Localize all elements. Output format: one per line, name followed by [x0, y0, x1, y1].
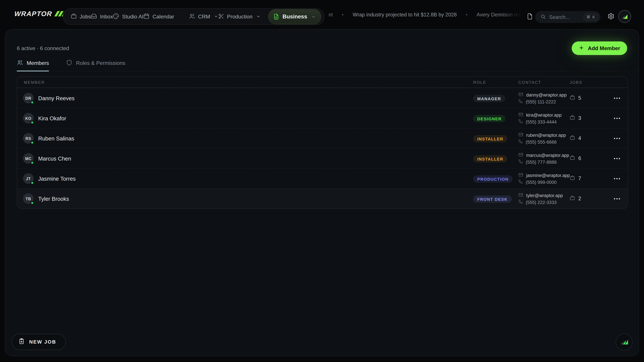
tab-roles-permissions[interactable]: Roles & Permissions [66, 60, 126, 71]
member-email[interactable]: jasmine@wraptor.app [518, 172, 570, 178]
row-more-button[interactable]: ••• [614, 116, 621, 121]
member-email[interactable]: marcus@wraptor.app [518, 152, 570, 158]
users-icon [17, 59, 23, 67]
ticker-item-partial: nt [328, 12, 333, 17]
briefcase-icon [570, 155, 575, 162]
user-avatar[interactable] [618, 10, 631, 23]
member-name: Marcus Chen [38, 155, 71, 162]
briefcase-icon [70, 13, 77, 20]
member-email[interactable]: danny@wraptor.app [518, 92, 570, 98]
mail-icon [518, 112, 523, 118]
calendar-icon [144, 13, 150, 20]
jobs-count: 2 [578, 196, 581, 201]
role-badge: INSTALLER [473, 155, 507, 162]
member-email[interactable]: ruben@wraptor.app [518, 132, 570, 138]
search-bar: ⌘ K [535, 11, 600, 23]
palette-icon [113, 13, 119, 20]
briefcase-icon [570, 135, 575, 142]
clipboard-plus-icon [18, 338, 25, 346]
member-phone[interactable]: (555) 333-4444 [518, 119, 570, 124]
chevron-down-icon [256, 13, 260, 20]
avatar: MC [23, 153, 34, 164]
brand-logo[interactable]: WRAPTOR [14, 10, 66, 18]
tab-label: Roles & Permissions [76, 60, 126, 66]
table-row[interactable]: DR Danny Reeves MANAGER danny@wraptor.ap… [17, 88, 628, 108]
avatar-initials: TB [26, 196, 31, 201]
nav-label: Studio AI [122, 13, 144, 20]
nav-label: Calendar [152, 13, 174, 20]
member-phone[interactable]: (555) 222-3333 [518, 199, 570, 205]
search-icon [540, 13, 546, 21]
jobs-count: 6 [578, 156, 581, 161]
member-email[interactable]: kira@wraptor.app [518, 112, 570, 118]
briefcase-icon [570, 94, 575, 102]
member-name: Danny Reeves [38, 95, 75, 101]
row-more-button[interactable]: ••• [614, 196, 621, 201]
nav-item-studio-ai[interactable]: Studio AI [113, 13, 144, 20]
row-more-button[interactable]: ••• [614, 156, 621, 161]
phone-icon [518, 99, 523, 104]
row-more-button[interactable]: ••• [614, 96, 621, 100]
nav-item-business-active[interactable]: Business [268, 9, 321, 24]
gear-icon[interactable] [608, 13, 614, 21]
tab-members[interactable]: Members [17, 60, 49, 71]
online-status-dot [30, 181, 34, 185]
briefcase-icon [570, 175, 575, 182]
brand-wordmark: WRAPTOR [14, 10, 52, 18]
avatar-initials: RS [26, 136, 31, 141]
row-more-button[interactable]: ••• [614, 136, 621, 141]
tab-label: Members [27, 60, 49, 66]
document-icon[interactable] [526, 13, 533, 21]
inbox-icon [91, 13, 97, 20]
shield-icon [66, 59, 72, 67]
nav-item-jobs[interactable]: Jobs [70, 13, 91, 20]
jobs-count: 7 [578, 176, 581, 181]
member-email[interactable]: tyler@wraptor.app [518, 193, 570, 198]
brand-mark-icon [620, 339, 628, 345]
member-phone[interactable]: (555) 999-0000 [518, 179, 570, 185]
tab-bar: Members Roles & Permissions [17, 60, 627, 71]
online-status-dot [30, 100, 34, 104]
chevron-down-icon [214, 13, 218, 20]
table-row[interactable]: KO Kira Okafor DESIGNER kira@wraptor.app… [17, 108, 628, 128]
jobs-count: 3 [578, 115, 581, 121]
member-phone[interactable]: (555) 555-6666 [518, 139, 570, 144]
table-row[interactable]: MC Marcus Chen INSTALLER marcus@wraptor.… [17, 148, 628, 168]
role-badge: MANAGER [473, 94, 505, 102]
table-row[interactable]: JT Jasmine Torres PRODUCTION jasmine@wra… [17, 168, 628, 188]
add-member-button[interactable]: Add Member [572, 41, 627, 55]
team-summary: 6 active · 6 connected [17, 45, 69, 51]
users-icon [189, 13, 195, 20]
top-bar: WRAPTOR Jobs Inbox Studio AI Calendar [0, 0, 644, 29]
new-job-label: NEW JOB [29, 339, 56, 345]
role-badge: FRONT DESK [473, 195, 512, 202]
nav-item-calendar[interactable]: Calendar [144, 13, 174, 20]
nav-label: CRM [198, 13, 210, 20]
team-panel: 6 active · 6 connected Add Member Member… [5, 29, 639, 356]
mail-icon [518, 92, 523, 98]
table-row[interactable]: RS Ruben Salinas INSTALLER ruben@wraptor… [17, 128, 628, 148]
ticker-item: Wrap industry projected to hit $12.8B by… [353, 12, 457, 17]
add-member-label: Add Member [588, 45, 620, 51]
row-more-button[interactable]: ••• [614, 176, 621, 181]
member-phone[interactable]: (555) 111-2222 [518, 99, 570, 104]
member-phone[interactable]: (555) 777-8888 [518, 159, 570, 165]
avatar-initials: KO [25, 116, 32, 120]
nav-item-inbox[interactable]: Inbox [91, 13, 113, 20]
column-header-contact: CONTACT [518, 80, 570, 84]
keyboard-shortcut-badge: ⌘ K [584, 13, 598, 21]
nav-item-production[interactable]: Production [218, 13, 260, 20]
nav-item-crm[interactable]: CRM [189, 13, 218, 20]
online-status-dot [30, 121, 34, 124]
search-input[interactable] [549, 14, 584, 20]
member-name: Kira Okafor [38, 115, 66, 121]
new-job-button[interactable]: NEW JOB [12, 334, 66, 350]
avatar: TB [23, 193, 34, 204]
table-row[interactable]: TB Tyler Brooks FRONT DESK tyler@wraptor… [17, 188, 628, 209]
mail-icon [518, 193, 523, 198]
phone-icon [518, 199, 523, 205]
mail-icon [518, 152, 523, 158]
news-ticker: nt • Wrap industry projected to hit $12.… [328, 0, 521, 29]
table-header-row: MEMBER ROLE CONTACT JOBS [17, 77, 628, 88]
brand-corner-button[interactable] [616, 334, 632, 351]
